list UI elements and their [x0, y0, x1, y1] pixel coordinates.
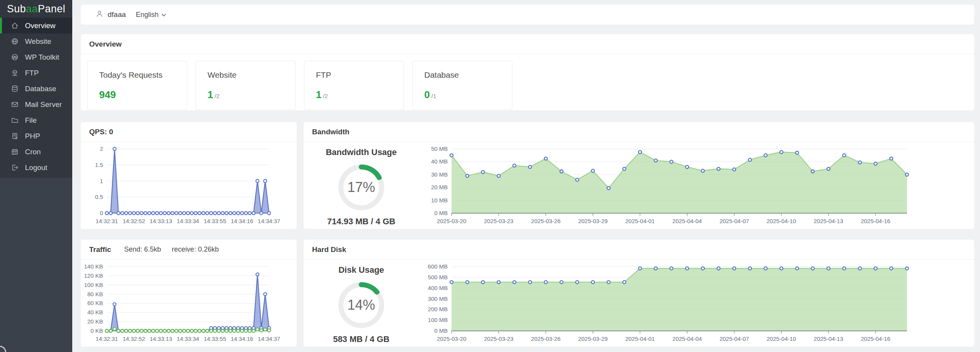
stat-card-today-s-requests[interactable]: Today's Requests949 — [87, 61, 187, 110]
bandwidth-gauge-percent: 17% — [334, 160, 388, 214]
sidebar-item-label: PHP — [25, 132, 40, 140]
bandwidth-panel-title: Bandwidth — [312, 128, 349, 136]
svg-text:2025-03-26: 2025-03-26 — [531, 218, 561, 224]
sidebar-item-overview[interactable]: Overview — [0, 18, 72, 33]
traffic-panel-title: Traffic — [89, 245, 111, 254]
svg-text:60 KB: 60 KB — [87, 300, 103, 306]
svg-text:600 MB: 600 MB — [428, 263, 448, 270]
svg-text:2025-04-16: 2025-04-16 — [861, 335, 890, 342]
sidebar-menu: OverviewWebsiteWP ToolkitFTPDatabaseMail… — [0, 18, 72, 175]
bandwidth-usage-text: 714.93 MB / 4 GB — [304, 217, 419, 227]
logout-icon — [10, 163, 19, 172]
stat-card-website[interactable]: Website1/2 — [196, 61, 296, 110]
sidebar-item-label: File — [25, 116, 37, 125]
svg-text:14:33:55: 14:33:55 — [204, 335, 226, 342]
svg-text:2025-03-20: 2025-03-20 — [437, 218, 467, 224]
svg-text:14:32:52: 14:32:52 — [123, 335, 145, 342]
svg-text:0 MB: 0 MB — [434, 210, 448, 216]
sidebar-item-file[interactable]: File — [0, 112, 72, 128]
svg-text:14:34:37: 14:34:37 — [258, 218, 280, 224]
app-logo: Sub aaPanel — [0, 0, 72, 18]
traffic-receive-label: receive: 0.26kb — [172, 245, 219, 254]
sidebar: Sub aaPanel OverviewWebsiteWP ToolkitFTP… — [0, 0, 72, 352]
svg-text:50 MB: 50 MB — [431, 145, 448, 152]
folder-icon — [10, 116, 19, 125]
svg-text:1: 1 — [100, 178, 103, 184]
svg-text:0 KB: 0 KB — [90, 327, 103, 334]
svg-text:2025-03-29: 2025-03-29 — [578, 218, 608, 224]
stat-card-value: 1/2 — [208, 89, 284, 101]
stat-card-ftp[interactable]: FTP1/2 — [304, 61, 404, 110]
stat-card-database[interactable]: Database0/1 — [412, 61, 512, 110]
svg-text:14:32:52: 14:32:52 — [123, 218, 145, 224]
bandwidth-gauge-title: Bandwidth Usage — [304, 147, 419, 157]
qps-panel: QPS: 0 00.511.5214:32:3114:32:5214:33:13… — [81, 122, 297, 229]
svg-text:20 MB: 20 MB — [431, 184, 448, 190]
sidebar-item-label: FTP — [25, 69, 39, 77]
logo-prefix: Sub — [7, 3, 26, 15]
sidebar-item-website[interactable]: Website — [0, 33, 72, 49]
svg-text:30 MB: 30 MB — [431, 171, 448, 178]
globe-icon — [10, 37, 19, 46]
sidebar-item-wp-toolkit[interactable]: WP Toolkit — [0, 49, 72, 65]
sidebar-item-label: Cron — [25, 148, 41, 156]
svg-text:2025-03-23: 2025-03-23 — [484, 335, 513, 342]
svg-text:140 KB: 140 KB — [84, 263, 103, 270]
stat-card-title: FTP — [316, 70, 392, 80]
sidebar-item-label: Overview — [25, 22, 55, 30]
svg-text:14:34:37: 14:34:37 — [258, 335, 280, 342]
sidebar-item-php[interactable]: PHP — [0, 128, 72, 144]
language-label: English — [136, 11, 159, 19]
sidebar-item-mail-server[interactable]: Mail Server — [0, 97, 72, 112]
stat-card-title: Database — [424, 70, 500, 80]
disk-panel-title: Hard Disk — [312, 245, 346, 254]
svg-text:14:34:16: 14:34:16 — [231, 335, 253, 342]
stat-card-value: 0/1 — [424, 89, 500, 101]
sidebar-item-logout[interactable]: Logout — [0, 160, 72, 175]
svg-text:2025-04-10: 2025-04-10 — [767, 335, 796, 342]
wordpress-icon — [10, 53, 19, 62]
svg-text:100 MB: 100 MB — [428, 317, 448, 323]
disk-gauge-title: Disk Usage — [304, 265, 419, 275]
user-menu[interactable]: dfaaa — [95, 10, 126, 20]
svg-text:2025-04-13: 2025-04-13 — [814, 218, 843, 224]
stat-card-value: 949 — [99, 89, 175, 101]
svg-text:10 MB: 10 MB — [431, 197, 448, 204]
disk-panel: Hard Disk Disk Usage 14% 583 MB / 4 GB 0… — [304, 240, 974, 347]
sidebar-item-database[interactable]: Database — [0, 81, 72, 97]
stat-card-title: Website — [208, 70, 284, 80]
svg-text:300 MB: 300 MB — [428, 295, 448, 302]
user-icon — [95, 10, 104, 20]
svg-text:2025-04-16: 2025-04-16 — [861, 218, 890, 224]
stat-cards-row: Today's Requests949Website1/2FTP1/2Datab… — [81, 54, 974, 117]
sidebar-item-label: WP Toolkit — [25, 53, 59, 62]
sidebar-item-cron[interactable]: Cron — [0, 144, 72, 160]
qps-panel-title: QPS: 0 — [89, 128, 113, 136]
database-icon — [10, 85, 19, 93]
sidebar-item-ftp[interactable]: FTP — [0, 65, 72, 81]
svg-text:80 KB: 80 KB — [87, 291, 103, 297]
svg-text:14:32:31: 14:32:31 — [96, 335, 118, 342]
svg-text:2025-03-23: 2025-03-23 — [484, 218, 513, 224]
language-selector[interactable]: English — [136, 11, 166, 19]
bandwidth-gauge-block: Bandwidth Usage 17% 714.93 MB / 4 GB — [304, 142, 419, 229]
mail-icon — [10, 100, 19, 109]
svg-text:2025-04-10: 2025-04-10 — [767, 218, 796, 224]
svg-text:2025-04-01: 2025-04-01 — [625, 335, 655, 342]
username: dfaaa — [108, 10, 126, 19]
svg-text:2: 2 — [100, 145, 103, 152]
svg-text:2025-04-04: 2025-04-04 — [673, 218, 702, 224]
floating-helper-button[interactable] — [0, 346, 6, 352]
svg-text:14:33:34: 14:33:34 — [177, 335, 199, 342]
svg-text:400 MB: 400 MB — [428, 285, 448, 291]
svg-text:0 MB: 0 MB — [434, 327, 448, 334]
svg-text:120 KB: 120 KB — [84, 272, 103, 279]
svg-text:2025-04-07: 2025-04-07 — [719, 335, 749, 342]
svg-text:2025-04-13: 2025-04-13 — [814, 335, 843, 342]
svg-text:14:33:34: 14:33:34 — [177, 218, 199, 224]
svg-text:14:34:16: 14:34:16 — [231, 218, 253, 224]
disk-gauge-block: Disk Usage 14% 583 MB / 4 GB — [304, 260, 419, 347]
topbar: dfaaa English — [81, 5, 974, 25]
svg-text:20 KB: 20 KB — [87, 318, 103, 325]
overview-panel-title: Overview — [89, 40, 122, 48]
